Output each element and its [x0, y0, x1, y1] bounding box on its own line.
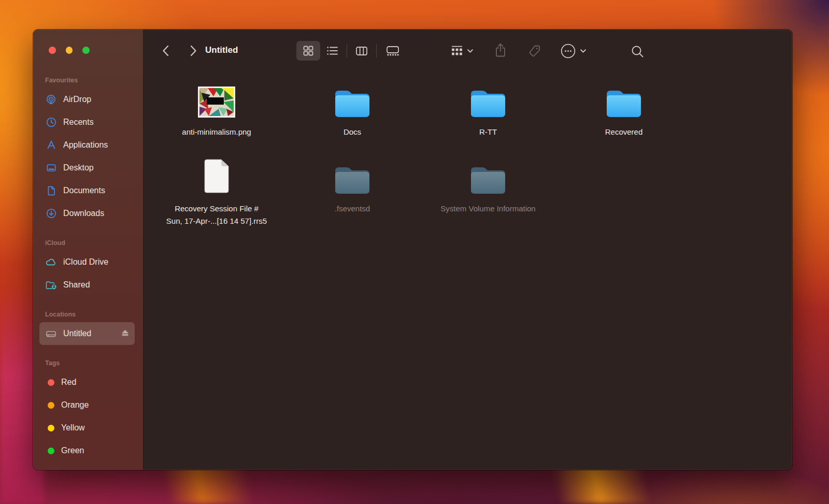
download-icon	[46, 208, 56, 219]
folder-docs[interactable]: Docs	[290, 80, 414, 138]
finder-window: Favourites AirDrop	[33, 30, 792, 470]
hard-drive-icon	[46, 328, 56, 339]
sidebar-item-label: AirDrop	[63, 95, 91, 104]
sidebar-item-label: Downloads	[63, 209, 104, 218]
file-label-line1: Recovery Session File #	[175, 204, 259, 213]
sidebar-item-label: Red	[61, 378, 76, 387]
sidebar-item-label: iCloud Drive	[63, 257, 108, 267]
document-icon	[46, 185, 56, 196]
folder-icon	[604, 80, 644, 118]
folder-icon	[468, 80, 508, 118]
green-tag-dot	[48, 448, 54, 454]
shared-folder-icon	[46, 280, 56, 291]
sidebar-item-shared[interactable]: Shared	[39, 273, 135, 296]
section-favourites: Favourites AirDrop	[33, 75, 143, 225]
sidebar-item-label: Green	[61, 446, 84, 455]
sidebar-item-tag-yellow[interactable]: Yellow	[39, 416, 135, 439]
clock-icon	[46, 117, 56, 128]
sidebar-item-airdrop[interactable]: AirDrop	[39, 88, 135, 111]
file-label: R-TT	[479, 126, 497, 138]
sidebar-item-label: Documents	[63, 186, 105, 195]
sidebar-item-label: Yellow	[61, 423, 85, 433]
eject-icon[interactable]	[121, 329, 130, 339]
sidebar-item-tag-orange[interactable]: Orange	[39, 394, 135, 416]
sidebar-item-desktop[interactable]: Desktop	[39, 156, 135, 179]
yellow-tag-dot	[48, 425, 54, 431]
section-header: iCloud	[33, 238, 143, 248]
folder-icon	[468, 157, 508, 194]
section-locations: Locations Untitled	[33, 309, 143, 345]
file-label: anti-minimalism.png	[182, 126, 251, 138]
sidebar-item-tag-green[interactable]: Green	[39, 439, 135, 462]
sidebar-item-applications[interactable]: Applications	[39, 134, 135, 156]
sidebar-item-label: Desktop	[63, 163, 94, 172]
file-anti-minimalism-png[interactable]: anti-minimalism.png	[154, 80, 279, 138]
file-label: .fseventsd	[335, 203, 370, 215]
file-recovery-session[interactable]: Recovery Session File # Sun, 17-Apr-...[…	[154, 157, 279, 227]
section-icloud: iCloud iCloud Drive	[33, 238, 143, 296]
sidebar-item-label: Applications	[63, 140, 108, 150]
folder-system-volume-information[interactable]: System Volume Information	[426, 157, 550, 215]
section-header: Favourites	[33, 75, 143, 85]
folder-icon	[333, 157, 372, 194]
cloud-icon	[46, 257, 56, 268]
sidebar-item-label: Orange	[61, 400, 89, 410]
file-label: Docs	[344, 126, 361, 138]
sidebar: Favourites AirDrop	[33, 30, 144, 470]
sidebar-scroll: Favourites AirDrop	[33, 30, 143, 470]
sidebar-item-downloads[interactable]: Downloads	[39, 202, 135, 225]
file-browser-content: anti-minimalism.png Docs R-TT Recovered	[144, 30, 792, 470]
sidebar-item-tag-red[interactable]: Red	[39, 371, 135, 394]
sidebar-item-recents[interactable]: Recents	[39, 111, 135, 134]
section-header: Tags	[33, 358, 143, 368]
sidebar-item-label: Shared	[63, 280, 90, 290]
folder-fseventsd[interactable]: .fseventsd	[290, 157, 414, 215]
desktop-icon	[46, 163, 56, 174]
sidebar-item-untitled-volume[interactable]: Untitled	[39, 322, 135, 345]
image-thumbnail	[198, 80, 235, 118]
file-label: Recovery Session File # Sun, 17-Apr-...[…	[166, 203, 267, 227]
sidebar-item-documents[interactable]: Documents	[39, 179, 135, 202]
app-store-icon	[46, 140, 56, 151]
sidebar-item-icloud-drive[interactable]: iCloud Drive	[39, 251, 135, 273]
folder-icon	[333, 80, 372, 118]
document-file-icon	[203, 157, 231, 194]
sidebar-item-label: Untitled	[63, 329, 91, 338]
section-header: Locations	[33, 309, 143, 320]
red-tag-dot	[48, 379, 54, 386]
sidebar-item-label: Recents	[63, 118, 94, 127]
section-tags: Tags Red Orange Yellow Green	[33, 358, 143, 462]
airdrop-icon	[46, 94, 56, 105]
folder-r-tt[interactable]: R-TT	[426, 80, 550, 138]
orange-tag-dot	[48, 402, 54, 409]
file-label-line2: Sun, 17-Apr-...[16 14 57].rrs5	[166, 217, 267, 225]
file-label: Recovered	[605, 126, 643, 138]
folder-recovered[interactable]: Recovered	[562, 80, 686, 138]
file-label: System Volume Information	[440, 203, 535, 215]
